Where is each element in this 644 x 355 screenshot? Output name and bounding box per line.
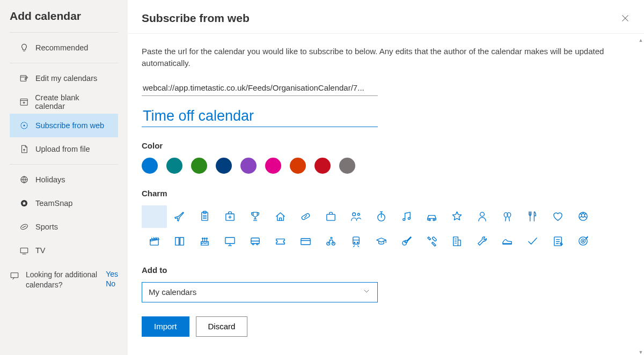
- charm-pill-icon[interactable]: [293, 205, 318, 228]
- teamsnap-icon: [19, 198, 29, 208]
- charm-airplane-icon[interactable]: [167, 205, 192, 228]
- color-swatch-7[interactable]: [314, 158, 331, 174]
- sidebar: Add calendar Recommended Edit my calenda…: [0, 0, 128, 355]
- charm-grid: [142, 205, 625, 253]
- charm-car-icon[interactable]: [419, 205, 444, 228]
- calendar-name-input[interactable]: [142, 107, 378, 127]
- tv-icon: [19, 246, 29, 255]
- feedback-no-link[interactable]: No: [106, 279, 118, 288]
- charm-monitor-icon[interactable]: [217, 230, 243, 253]
- button-row: Import Discard: [142, 316, 630, 337]
- sidebar-group-2: Edit my calendars Create blank calendar …: [10, 63, 118, 164]
- charm-person-icon[interactable]: [470, 205, 495, 228]
- sidebar-feedback: Looking for additional calendars? Yes No: [0, 265, 128, 290]
- feedback-yes-link[interactable]: Yes: [106, 270, 118, 278]
- svg-point-28: [206, 238, 207, 239]
- scroll-down-icon: ▼: [639, 350, 643, 355]
- sidebar-item-sports[interactable]: Sports: [10, 215, 118, 239]
- sidebar-item-label: Create blank calendar: [35, 93, 108, 110]
- scroll-up-icon: ▲: [639, 38, 643, 43]
- charm-ticket-icon[interactable]: [268, 230, 293, 253]
- charm-first-aid-icon[interactable]: [217, 205, 243, 228]
- charm-music-note-icon[interactable]: [394, 205, 419, 228]
- discard-button[interactable]: Discard: [196, 316, 248, 337]
- charm-utensils-icon[interactable]: [520, 205, 545, 228]
- sidebar-group-3: Holidays TeamSnap Sports TV: [10, 164, 118, 265]
- charm-bicycle-icon[interactable]: [318, 230, 343, 253]
- svg-point-38: [354, 242, 355, 243]
- sports-icon: [19, 222, 29, 232]
- charm-notepad-icon[interactable]: [545, 230, 570, 253]
- color-swatch-3[interactable]: [216, 158, 232, 174]
- sidebar-item-label: Edit my calendars: [35, 74, 97, 83]
- charm-building-icon[interactable]: [444, 230, 470, 253]
- charm-balloons-icon[interactable]: [495, 205, 520, 228]
- charm-label: Charm: [142, 189, 630, 198]
- sidebar-item-subscribe-web[interactable]: Subscribe from web: [10, 114, 118, 137]
- charm-people-icon[interactable]: [343, 205, 369, 228]
- svg-point-15: [357, 213, 360, 216]
- addto-label: Add to: [142, 265, 630, 275]
- sidebar-item-label: Holidays: [35, 175, 65, 184]
- charm-bus-icon[interactable]: [243, 230, 268, 253]
- charm-clapperboard-icon[interactable]: [142, 230, 167, 253]
- addto-selected-value: My calendars: [149, 287, 196, 297]
- calendar-url-input[interactable]: [142, 81, 378, 96]
- sidebar-item-upload-file[interactable]: Upload from file: [10, 137, 118, 161]
- charm-trophy-icon[interactable]: [243, 205, 268, 228]
- charm-graduation-icon[interactable]: [369, 230, 394, 253]
- sidebar-item-create-blank[interactable]: Create blank calendar: [10, 90, 118, 114]
- svg-rect-13: [327, 215, 335, 221]
- sidebar-item-edit-calendars[interactable]: Edit my calendars: [10, 66, 118, 90]
- sidebar-item-recommended[interactable]: Recommended: [10, 36, 118, 60]
- color-swatch-6[interactable]: [290, 158, 306, 174]
- import-button[interactable]: Import: [142, 316, 189, 337]
- color-swatch-2[interactable]: [191, 158, 207, 174]
- charm-checkmark-icon[interactable]: [520, 230, 545, 253]
- charm-book-icon[interactable]: [167, 230, 192, 253]
- charm-house-icon[interactable]: [268, 205, 293, 228]
- close-button[interactable]: [620, 13, 630, 23]
- scrollbar[interactable]: ▲ ▼: [638, 38, 644, 355]
- sidebar-item-teamsnap[interactable]: TeamSnap: [10, 191, 118, 215]
- sidebar-item-label: TV: [35, 246, 46, 255]
- charm-heart-icon[interactable]: [545, 205, 570, 228]
- sidebar-item-label: Upload from file: [35, 145, 90, 153]
- feedback-icon: [10, 271, 19, 280]
- charm-running-shoe-icon[interactable]: [495, 230, 520, 253]
- sidebar-item-label: Subscribe from web: [35, 121, 104, 130]
- charm-train-icon[interactable]: [343, 230, 369, 253]
- charm-wrench-icon[interactable]: [470, 230, 495, 253]
- svg-rect-8: [11, 273, 18, 278]
- svg-rect-7: [20, 248, 28, 253]
- addto-dropdown[interactable]: My calendars: [142, 282, 378, 302]
- charm-soccer-icon[interactable]: [570, 205, 596, 228]
- sidebar-item-holidays[interactable]: Holidays: [10, 168, 118, 191]
- charm-star-icon[interactable]: [444, 205, 470, 228]
- svg-point-20: [433, 219, 435, 221]
- svg-point-19: [429, 219, 430, 221]
- charm-none-icon[interactable]: [142, 205, 167, 228]
- charm-briefcase-icon[interactable]: [318, 205, 343, 228]
- add-calendar-icon: [19, 97, 28, 107]
- charm-credit-card-icon[interactable]: [293, 230, 318, 253]
- main-body: Paste the url for the calendar you would…: [128, 34, 644, 355]
- svg-point-31: [252, 243, 254, 245]
- color-swatch-8[interactable]: [339, 158, 355, 174]
- color-swatch-0[interactable]: [142, 158, 158, 174]
- svg-point-17: [403, 218, 405, 220]
- svg-point-21: [480, 212, 485, 217]
- sidebar-item-tv[interactable]: TV: [10, 239, 118, 262]
- charm-target-icon[interactable]: [570, 230, 596, 253]
- svg-point-3: [24, 125, 25, 127]
- color-swatch-5[interactable]: [265, 158, 281, 174]
- charm-tools-icon[interactable]: [419, 230, 444, 253]
- instructions-text: Paste the url for the calendar you would…: [142, 46, 625, 69]
- charm-clipboard-icon[interactable]: [192, 205, 217, 228]
- color-swatch-4[interactable]: [240, 158, 257, 174]
- charm-guitar-icon[interactable]: [394, 230, 419, 253]
- charm-cake-icon[interactable]: [192, 230, 217, 253]
- edit-calendar-icon: [19, 73, 29, 83]
- charm-stopwatch-icon[interactable]: [369, 205, 394, 228]
- color-swatch-1[interactable]: [166, 158, 182, 174]
